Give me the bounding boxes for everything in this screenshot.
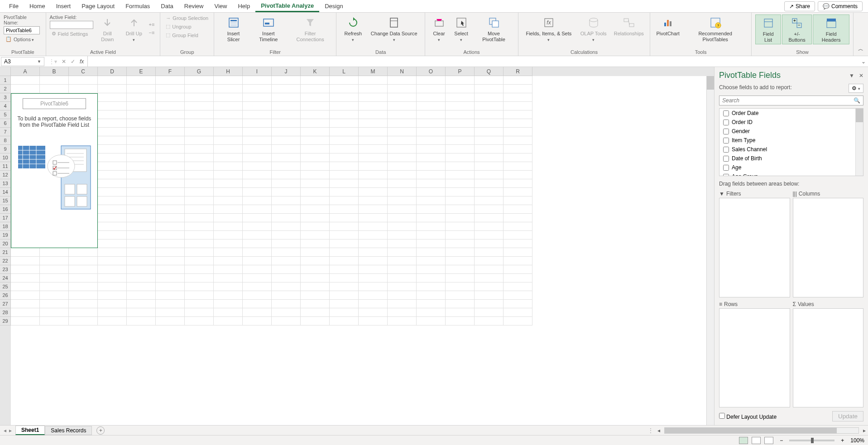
cell[interactable]	[214, 300, 243, 308]
cell[interactable]	[272, 300, 301, 308]
cell[interactable]	[504, 239, 532, 248]
field-checkbox[interactable]	[723, 156, 729, 162]
cell[interactable]	[475, 153, 504, 162]
select-button[interactable]: Select	[450, 14, 472, 43]
zoom-in-button[interactable]: +	[838, 437, 847, 444]
tab-file[interactable]: File	[4, 1, 24, 11]
cell[interactable]	[98, 317, 127, 325]
cell[interactable]	[446, 179, 475, 188]
cell[interactable]	[185, 300, 214, 308]
cell[interactable]	[504, 265, 532, 274]
cell[interactable]	[127, 128, 156, 136]
group-field-button[interactable]: ⬚Group Field	[164, 31, 210, 39]
column-header[interactable]: C	[69, 67, 98, 76]
cell[interactable]	[330, 300, 359, 308]
cell[interactable]	[69, 274, 98, 282]
cell[interactable]	[330, 205, 359, 214]
cell[interactable]	[272, 196, 301, 205]
tab-home[interactable]: Home	[24, 1, 51, 11]
cell[interactable]	[446, 188, 475, 196]
cell[interactable]	[330, 308, 359, 317]
cell[interactable]	[272, 162, 301, 171]
cell[interactable]	[40, 282, 69, 291]
field-checkbox[interactable]	[723, 165, 729, 171]
cell[interactable]	[272, 274, 301, 282]
cell[interactable]	[475, 196, 504, 205]
cell[interactable]	[301, 231, 330, 239]
cell[interactable]	[359, 265, 388, 274]
column-header[interactable]: B	[40, 67, 69, 76]
cell[interactable]	[214, 128, 243, 136]
pane-close-icon[interactable]: ✕	[859, 72, 863, 79]
cell[interactable]	[98, 248, 127, 257]
cell[interactable]	[11, 300, 40, 308]
cell[interactable]	[156, 145, 185, 153]
cell[interactable]	[301, 317, 330, 325]
cell[interactable]	[214, 317, 243, 325]
cell[interactable]	[272, 145, 301, 153]
cell[interactable]	[156, 128, 185, 136]
cell[interactable]	[98, 239, 127, 248]
cell[interactable]	[504, 136, 532, 145]
cell[interactable]	[301, 162, 330, 171]
cell[interactable]	[127, 214, 156, 222]
cell[interactable]	[475, 205, 504, 214]
cell[interactable]	[156, 205, 185, 214]
cell[interactable]	[446, 171, 475, 179]
column-header[interactable]: M	[359, 67, 388, 76]
cell[interactable]	[301, 257, 330, 265]
cell[interactable]	[156, 274, 185, 282]
cell[interactable]	[127, 179, 156, 188]
rows-drop-zone[interactable]	[719, 308, 790, 408]
cell[interactable]	[214, 231, 243, 239]
cell[interactable]	[359, 291, 388, 300]
normal-view-button[interactable]	[739, 437, 748, 444]
cell[interactable]	[69, 76, 98, 85]
row-header[interactable]: 6	[0, 119, 11, 128]
cell[interactable]	[214, 265, 243, 274]
zoom-level[interactable]: 100%	[850, 437, 864, 444]
pivottable-name-input[interactable]	[4, 26, 40, 34]
cell[interactable]	[127, 85, 156, 93]
cell[interactable]	[446, 317, 475, 325]
cell[interactable]	[243, 85, 272, 93]
cell[interactable]	[504, 231, 532, 239]
field-item[interactable]: Date of Birth	[719, 154, 863, 163]
cell[interactable]	[156, 282, 185, 291]
cell[interactable]	[446, 308, 475, 317]
row-header[interactable]: 8	[0, 136, 11, 145]
cell[interactable]	[388, 110, 417, 119]
cell[interactable]	[417, 162, 446, 171]
cell[interactable]	[330, 93, 359, 102]
tab-design[interactable]: Design	[319, 1, 348, 11]
enter-formula-icon[interactable]: ✓	[71, 58, 75, 65]
cell[interactable]	[388, 76, 417, 85]
cell[interactable]	[156, 76, 185, 85]
field-checkbox[interactable]	[723, 129, 729, 134]
cell[interactable]	[475, 214, 504, 222]
tab-page-layout[interactable]: Page Layout	[76, 1, 120, 11]
cell[interactable]	[156, 222, 185, 231]
field-item[interactable]: Gender	[719, 127, 863, 136]
cell[interactable]	[417, 136, 446, 145]
cell[interactable]	[417, 102, 446, 110]
cell[interactable]	[185, 265, 214, 274]
row-header[interactable]: 13	[0, 179, 11, 188]
field-checkbox[interactable]	[723, 138, 729, 144]
change-data-source-button[interactable]: Change Data Source	[367, 14, 421, 43]
cell[interactable]	[272, 93, 301, 102]
cell[interactable]	[359, 248, 388, 257]
cell[interactable]	[69, 317, 98, 325]
cell[interactable]	[301, 222, 330, 231]
cell[interactable]	[69, 85, 98, 93]
cell[interactable]	[388, 317, 417, 325]
row-header[interactable]: 28	[0, 308, 11, 317]
cell[interactable]	[301, 136, 330, 145]
field-checkbox[interactable]	[723, 110, 729, 116]
name-box[interactable]: A3 ▼	[1, 57, 44, 66]
cell[interactable]	[475, 110, 504, 119]
cell[interactable]	[127, 308, 156, 317]
insert-timeline-button[interactable]: Insert Timeline	[250, 14, 287, 43]
cell[interactable]	[301, 196, 330, 205]
cell[interactable]	[359, 239, 388, 248]
